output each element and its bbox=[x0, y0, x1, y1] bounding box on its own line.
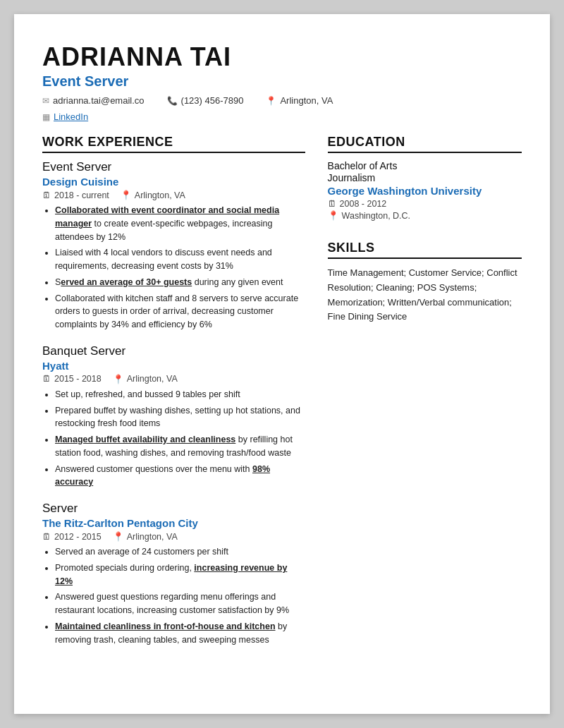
edu-location-icon: 📍 bbox=[328, 210, 339, 221]
bullet-1-1: Collaborated with event coordinator and … bbox=[55, 204, 305, 243]
bullet-1-4: Collaborated with kitchen staff and 8 se… bbox=[55, 292, 305, 332]
bullet-3-1: Served an average of 24 customers per sh… bbox=[55, 545, 305, 559]
job-meta-3: 🗓 2012 - 2015 📍 Arlington, VA bbox=[42, 531, 305, 542]
location-icon-2: 📍 bbox=[113, 374, 124, 384]
education-title: EDUCATION bbox=[328, 135, 522, 153]
job-title-3: Server bbox=[42, 502, 305, 516]
job-block-ritz: Server The Ritz-Carlton Pentagon City 🗓 … bbox=[42, 502, 305, 646]
edu-school: George Washington University bbox=[328, 185, 522, 197]
linkedin-link[interactable]: LinkedIn bbox=[54, 111, 88, 122]
linkedin-item: ▦ LinkedIn bbox=[42, 111, 88, 122]
edu-degree: Bachelor of Arts bbox=[328, 160, 522, 171]
job-meta-2: 🗓 2015 - 2018 📍 Arlington, VA bbox=[42, 374, 305, 384]
right-column: EDUCATION Bachelor of Arts Journalism Ge… bbox=[328, 135, 522, 659]
edu-entry-1: Bachelor of Arts Journalism George Washi… bbox=[328, 160, 522, 221]
location-icon-1: 📍 bbox=[121, 190, 132, 200]
job-dates-3: 🗓 2012 - 2015 bbox=[42, 532, 102, 542]
job-bullets-1: Collaborated with event coordinator and … bbox=[42, 204, 305, 332]
calendar-icon-2: 🗓 bbox=[42, 374, 51, 384]
candidate-name: ADRIANNA TAI bbox=[42, 42, 522, 72]
job-bullets-3: Served an average of 24 customers per sh… bbox=[42, 545, 305, 646]
job-bullets-2: Set up, refreshed, and bussed 9 tables p… bbox=[42, 388, 305, 489]
linkedin-row: ▦ LinkedIn bbox=[42, 111, 522, 122]
job-block-design-cuisine: Event Server Design Cuisine 🗓 2018 - cur… bbox=[42, 160, 305, 332]
resume-container: ADRIANNA TAI Event Server ✉ adrianna.tai… bbox=[14, 14, 550, 714]
job-company-2: Hyatt bbox=[42, 360, 305, 372]
edu-location: 📍 Washington, D.C. bbox=[328, 210, 522, 221]
edu-calendar-icon: 🗓 bbox=[328, 199, 337, 209]
edu-meta: 🗓 2008 - 2012 📍 Washington, D.C. bbox=[328, 199, 522, 221]
bullet-3-2: Promoted specials during ordering, incre… bbox=[55, 562, 305, 588]
left-column: WORK EXPERIENCE Event Server Design Cuis… bbox=[42, 135, 305, 659]
bullet-1-3: Served an average of 30+ guests during a… bbox=[55, 276, 305, 289]
location-icon-3: 📍 bbox=[113, 531, 124, 542]
edu-field: Journalism bbox=[328, 172, 522, 183]
location-icon: 📍 bbox=[266, 96, 276, 106]
bullet-1-2: Liaised with 4 local vendors to discuss … bbox=[55, 246, 305, 273]
phone-item: 📞 (123) 456-7890 bbox=[167, 95, 244, 106]
bullet-3-4: Maintained cleanliness in front-of-house… bbox=[55, 620, 305, 647]
job-dates-2: 🗓 2015 - 2018 bbox=[42, 374, 102, 384]
email-icon: ✉ bbox=[42, 96, 49, 106]
work-experience-title: WORK EXPERIENCE bbox=[42, 135, 305, 153]
email-item: ✉ adrianna.tai@email.co bbox=[42, 95, 145, 106]
email-text: adrianna.tai@email.co bbox=[53, 95, 145, 106]
skills-section: SKILLS Time Management; Customer Service… bbox=[328, 241, 522, 324]
edu-dates: 🗓 2008 - 2012 bbox=[328, 199, 522, 209]
bullet-2-1: Set up, refreshed, and bussed 9 tables p… bbox=[55, 388, 305, 401]
calendar-icon-3: 🗓 bbox=[42, 532, 51, 542]
bullet-2-3: Managed buffet availability and cleanlin… bbox=[55, 433, 305, 460]
candidate-title: Event Server bbox=[42, 73, 522, 90]
two-column-layout: WORK EXPERIENCE Event Server Design Cuis… bbox=[42, 135, 522, 659]
phone-icon: 📞 bbox=[167, 96, 178, 106]
job-meta-1: 🗓 2018 - current 📍 Arlington, VA bbox=[42, 190, 305, 200]
bullet-3-3: Answered guest questions regarding menu … bbox=[55, 590, 305, 617]
bullet-2-2: Prepared buffet by washing dishes, setti… bbox=[55, 404, 305, 431]
location-text: Arlington, VA bbox=[280, 95, 333, 106]
job-location-3: 📍 Arlington, VA bbox=[113, 531, 178, 542]
linkedin-icon: ▦ bbox=[42, 112, 50, 122]
job-company-3: The Ritz-Carlton Pentagon City bbox=[42, 517, 305, 529]
bullet-2-4: Answered customer questions over the men… bbox=[55, 463, 305, 490]
job-location-1: 📍 Arlington, VA bbox=[121, 190, 185, 200]
contact-row: ✉ adrianna.tai@email.co 📞 (123) 456-7890… bbox=[42, 95, 522, 106]
header-section: ADRIANNA TAI Event Server ✉ adrianna.tai… bbox=[42, 42, 522, 122]
phone-text: (123) 456-7890 bbox=[181, 95, 244, 106]
location-item: 📍 Arlington, VA bbox=[266, 95, 333, 106]
job-location-2: 📍 Arlington, VA bbox=[113, 374, 178, 384]
job-company-1: Design Cuisine bbox=[42, 176, 305, 188]
skills-title: SKILLS bbox=[328, 241, 522, 259]
job-title-2: Banquet Server bbox=[42, 344, 305, 358]
education-section: EDUCATION Bachelor of Arts Journalism Ge… bbox=[328, 135, 522, 221]
job-title-1: Event Server bbox=[42, 160, 305, 174]
job-block-hyatt: Banquet Server Hyatt 🗓 2015 - 2018 📍 Arl… bbox=[42, 344, 305, 489]
skills-text: Time Management; Customer Service; Confl… bbox=[328, 266, 522, 324]
job-dates-1: 🗓 2018 - current bbox=[42, 190, 109, 200]
calendar-icon-1: 🗓 bbox=[42, 190, 51, 200]
